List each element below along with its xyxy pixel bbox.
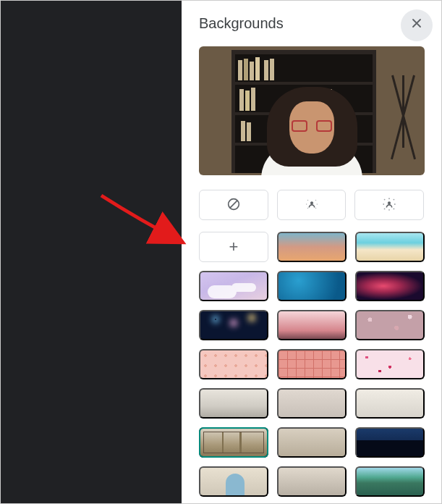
background-thumbnail-pink-confetti[interactable] (355, 349, 425, 379)
background-thumbnail-blue-water[interactable] (277, 271, 347, 301)
svg-point-12 (394, 198, 395, 200)
svg-point-16 (388, 209, 390, 210)
slight-blur-button[interactable] (277, 190, 347, 220)
svg-point-17 (394, 208, 395, 209)
background-thumbnail-pink-tiles[interactable] (277, 349, 347, 379)
no-effect-button[interactable] (199, 190, 268, 220)
no-effect-icon (226, 196, 242, 214)
svg-point-7 (307, 207, 307, 208)
background-thumbnail-beach[interactable] (355, 232, 425, 262)
background-thumbnail-sunset-gradient[interactable] (277, 232, 347, 262)
svg-point-10 (384, 198, 386, 200)
svg-line-1 (230, 200, 237, 207)
svg-point-8 (315, 207, 315, 208)
panel-header: Backgrounds (199, 15, 424, 32)
app-frame: Backgrounds (0, 0, 442, 504)
close-icon (409, 16, 424, 35)
upload-background-button[interactable]: + (199, 232, 268, 262)
svg-point-2 (310, 201, 313, 204)
background-thumbnail-pink-dots[interactable] (199, 349, 268, 379)
background-thumbnail-cherry-blossom-2[interactable] (355, 310, 425, 340)
background-thumbnail-nebula[interactable] (355, 271, 425, 301)
slight-blur-icon (304, 196, 320, 214)
svg-point-4 (315, 199, 315, 200)
svg-point-15 (384, 208, 386, 209)
background-thumbnail-living-room-3[interactable] (355, 388, 425, 419)
camera-preview (199, 46, 425, 175)
background-thumbnail-cherry-blossom[interactable] (277, 310, 347, 340)
background-thumbnail-night-city-window[interactable] (355, 427, 425, 458)
background-thumbnail-living-room-2[interactable] (277, 388, 347, 419)
background-thumbnail-library-bookshelf[interactable] (199, 427, 268, 458)
video-dark-area (1, 1, 182, 503)
close-button[interactable] (401, 9, 433, 41)
svg-point-6 (316, 203, 317, 204)
svg-point-14 (394, 203, 396, 205)
blur-icon (381, 196, 397, 214)
svg-point-9 (388, 201, 391, 204)
backgrounds-panel: Backgrounds (182, 1, 441, 503)
background-thumbnail-purple-clouds[interactable] (199, 271, 268, 301)
background-thumbnail-living-room-1[interactable] (199, 388, 268, 419)
background-thumbnail-fireworks[interactable] (199, 310, 268, 340)
svg-point-5 (305, 203, 306, 204)
plus-icon: + (229, 238, 239, 256)
background-thumbnail-arched-doorway[interactable] (199, 466, 268, 497)
panel-title: Backgrounds (199, 15, 284, 32)
svg-point-13 (383, 203, 384, 205)
user-silhouette (261, 81, 362, 175)
background-thumbnail-loft-interior[interactable] (277, 466, 347, 497)
blur-button[interactable] (354, 190, 424, 220)
effect-buttons-row (199, 190, 424, 220)
svg-point-3 (307, 199, 307, 200)
svg-point-11 (388, 198, 390, 199)
background-thumbnail-office-shelves[interactable] (277, 427, 347, 458)
background-thumbnail-tropical-lagoon[interactable] (355, 466, 425, 497)
background-grid: + (199, 232, 424, 497)
